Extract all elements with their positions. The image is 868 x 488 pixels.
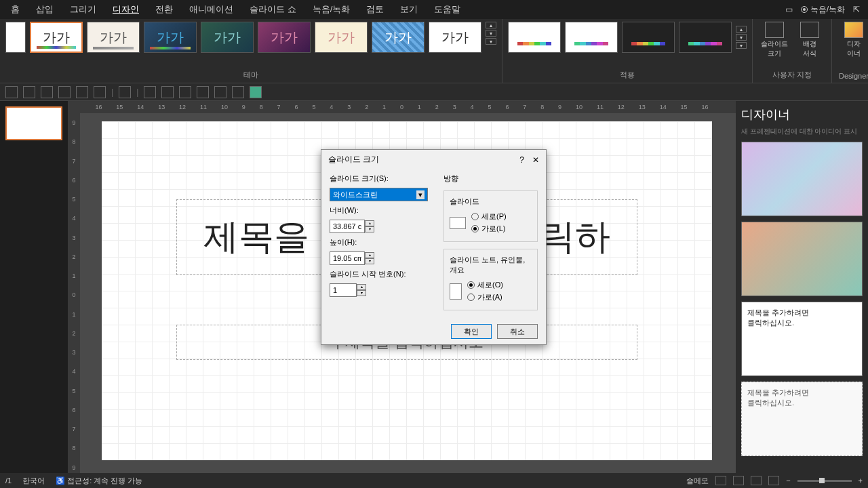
bg-format-icon: [800, 22, 819, 38]
zoom-slider[interactable]: [797, 480, 852, 482]
theme-more[interactable]: ▴▾▾: [486, 22, 496, 45]
language-indicator[interactable]: 한국어: [22, 476, 45, 486]
shape-icon[interactable]: [179, 86, 191, 98]
apply-gallery: ▴▾▾: [508, 22, 747, 53]
menu-animation[interactable]: 애니메이션: [181, 0, 241, 20]
menu-review[interactable]: 검토: [358, 0, 392, 20]
apply-section: ▴▾▾ 적용: [502, 19, 753, 83]
theme-7[interactable]: 가가: [372, 22, 425, 53]
fill-icon[interactable]: [250, 86, 262, 98]
slideshow-view-icon[interactable]: [768, 476, 779, 485]
ungroup-icon[interactable]: [161, 86, 174, 98]
start-num-spinner[interactable]: ▴▾: [357, 284, 366, 296]
dialog-titlebar: 슬라이드 크기 ? ✕: [321, 150, 546, 169]
theme-edge[interactable]: [5, 22, 26, 53]
variant-3[interactable]: [622, 22, 675, 53]
slide-group-label: 슬라이드: [450, 197, 532, 207]
custom-label: 사용자 지정: [758, 70, 826, 80]
menu-home[interactable]: 홈: [3, 0, 28, 20]
menu-design[interactable]: 디자인: [104, 0, 147, 20]
landscape-a-radio[interactable]: 가로(A): [467, 292, 503, 302]
design-suggestion-2[interactable]: [741, 222, 863, 296]
design-suggestion-1[interactable]: [741, 142, 863, 216]
width-spinner[interactable]: ▴▾: [365, 220, 374, 232]
theme-2[interactable]: 가가: [87, 22, 140, 53]
circle-icon[interactable]: [214, 86, 226, 98]
slide-size-dialog: 슬라이드 크기 ? ✕ 슬라이드 크기(S): 와이드스크린 ▾ 너비(W): …: [321, 149, 547, 345]
slide-panel: [0, 101, 68, 477]
align-center-icon[interactable]: [23, 86, 35, 98]
notes-orientation-group: 슬라이드 노트, 유인물, 개요 세로(O) 가로(A): [443, 249, 538, 310]
chevron-down-icon: ▾: [416, 190, 425, 199]
bg-format-button[interactable]: 배경 서식: [793, 22, 826, 58]
start-num-input[interactable]: [330, 283, 357, 297]
theme-4[interactable]: 가가: [201, 22, 254, 53]
memo-button[interactable]: 슬메모: [686, 476, 709, 486]
crop-icon[interactable]: [197, 86, 209, 98]
ok-button[interactable]: 확인: [451, 324, 492, 339]
designer-button[interactable]: 디자 이너: [837, 22, 868, 58]
statusbar: /1 한국어 ♿ 접근성: 계속 진행 가능 슬메모 − +: [0, 473, 868, 488]
record-indicator[interactable]: 녹음/녹화: [801, 4, 845, 16]
width-input[interactable]: [330, 220, 365, 233]
height-label: 높이(H):: [330, 237, 431, 247]
dialog-close-icon[interactable]: ✕: [532, 155, 539, 165]
comment-icon[interactable]: ▭: [785, 5, 793, 14]
width-label: 너비(W):: [330, 205, 431, 216]
designer-icon: [844, 22, 863, 38]
slide-size-icon: [765, 22, 784, 38]
record-label: 녹음/녹화: [810, 4, 845, 16]
align-right-icon[interactable]: [41, 86, 53, 98]
variant-1[interactable]: [508, 22, 561, 53]
dialog-help-icon[interactable]: ?: [519, 155, 524, 165]
normal-view-icon[interactable]: [715, 476, 726, 485]
dialog-footer: 확인 취소: [321, 319, 546, 344]
dialog-left-column: 슬라이드 크기(S): 와이드스크린 ▾ 너비(W): ▴▾ 높이(H): ▴▾…: [330, 174, 431, 310]
slide-thumbnail-1[interactable]: [5, 106, 62, 140]
theme-8[interactable]: 가가: [429, 22, 481, 53]
theme-1[interactable]: 가가: [30, 22, 83, 53]
landscape-l-radio[interactable]: 가로(L): [471, 224, 507, 234]
menu-record[interactable]: 녹음/녹화: [304, 0, 359, 20]
rotate-icon[interactable]: [119, 86, 131, 98]
cancel-button[interactable]: 취소: [497, 324, 538, 339]
designer-pane: 디자이너 새 프레젠테이션에 대한 아이디어 표시 제목을 추가하려면 클릭하십…: [736, 101, 868, 477]
designer-pane-subtitle: 새 프레젠테이션에 대한 아이디어 표시: [741, 127, 863, 136]
align-bottom-icon[interactable]: [94, 86, 106, 98]
theme-5[interactable]: 가가: [258, 22, 311, 53]
themes-label: 테마: [5, 70, 496, 80]
design-suggestion-3[interactable]: 제목을 추가하려면 클릭하십시오.: [741, 302, 863, 376]
menu-insert[interactable]: 삽입: [28, 0, 62, 20]
variant-2[interactable]: [565, 22, 618, 53]
height-spinner[interactable]: ▴▾: [365, 252, 374, 264]
portrait-o-radio[interactable]: 세로(O): [467, 280, 503, 290]
size-select[interactable]: 와이드스크린 ▾: [330, 188, 428, 201]
menu-draw[interactable]: 그리기: [62, 0, 104, 20]
menu-transition[interactable]: 전환: [147, 0, 181, 20]
reading-view-icon[interactable]: [751, 476, 762, 485]
align-left-icon[interactable]: [5, 86, 18, 98]
portrait-p-radio[interactable]: 세로(P): [471, 211, 507, 222]
menu-slideshow[interactable]: 슬라이드 쇼: [241, 0, 304, 20]
menu-view[interactable]: 보기: [392, 0, 426, 20]
zoom-in-icon[interactable]: +: [859, 476, 863, 485]
height-input[interactable]: [330, 251, 365, 265]
accessibility-status[interactable]: ♿ 접근성: 계속 진행 가능: [56, 476, 142, 486]
align-top-icon[interactable]: [58, 86, 71, 98]
dialog-body: 슬라이드 크기(S): 와이드스크린 ▾ 너비(W): ▴▾ 높이(H): ▴▾…: [321, 169, 546, 319]
share-icon[interactable]: ⇱: [853, 5, 860, 14]
group-icon[interactable]: [144, 86, 156, 98]
design-suggestion-4[interactable]: 제목을 추가하려면 클릭하십시오.: [741, 382, 863, 456]
sorter-view-icon[interactable]: [733, 476, 744, 485]
status-left: /1 한국어 ♿ 접근성: 계속 진행 가능: [5, 476, 142, 486]
variant-4[interactable]: [679, 22, 732, 53]
slide-size-button[interactable]: 슬라이드 크기: [758, 22, 791, 58]
custom-section: 슬라이드 크기 배경 서식 사용자 지정: [753, 19, 832, 83]
theme-6[interactable]: 가가: [315, 22, 368, 53]
zoom-out-icon[interactable]: −: [786, 476, 790, 485]
align-middle-icon[interactable]: [76, 86, 88, 98]
menu-help[interactable]: 도움말: [426, 0, 469, 20]
theme-3[interactable]: 가가: [144, 22, 197, 53]
variant-more[interactable]: ▴▾▾: [736, 22, 747, 53]
circle2-icon[interactable]: [232, 86, 244, 98]
